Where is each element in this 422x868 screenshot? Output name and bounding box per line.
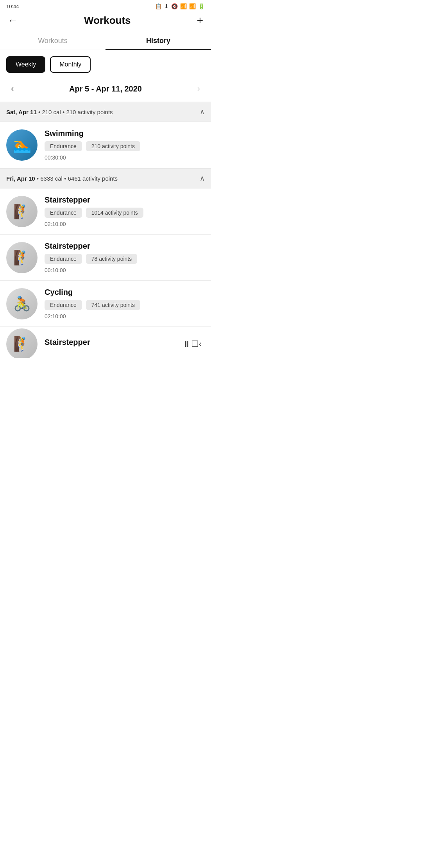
- day-name-sat: Sat, Apr 11: [6, 109, 37, 115]
- workout-item-stairstepper-2: Stairstepper Endurance 78 activity point…: [0, 235, 211, 281]
- workout-name-stairstepper-1: Stairstepper: [45, 195, 205, 204]
- date-navigation: ‹ Apr 5 - Apr 11, 2020 ›: [0, 77, 211, 102]
- avatar-stairstepper-2: [6, 242, 38, 273]
- day-section-sat-apr-11: Sat, Apr 11 • 210 cal • 210 activity poi…: [0, 102, 211, 122]
- avatar-swimming: [6, 129, 38, 161]
- day-points-sat: 210 activity points: [66, 109, 113, 115]
- chevron-up-icon-fri[interactable]: ∧: [200, 174, 205, 183]
- bottom-bar: ⏸ ☐ ‹: [179, 339, 205, 349]
- monthly-filter-button[interactable]: Monthly: [50, 56, 91, 73]
- status-icons: 📋 ⬇ 🔇 📶 📶 🔋: [155, 3, 205, 9]
- square-icon[interactable]: ☐: [191, 339, 199, 349]
- day-cal-sat: •: [38, 109, 42, 115]
- avatar-stairstepper-1: [6, 196, 38, 227]
- mute-icon: 🔇: [171, 3, 178, 9]
- workout-name-cycling: Cycling: [45, 288, 205, 297]
- back-bottom-icon[interactable]: ‹: [199, 339, 202, 349]
- battery-icon: 🔋: [198, 3, 205, 9]
- signal-icon: 📶: [189, 3, 196, 9]
- wifi-icon: 📶: [180, 3, 187, 9]
- add-button[interactable]: +: [197, 14, 203, 27]
- workout-duration-swimming: 00:30:00: [45, 154, 205, 161]
- tag-endurance-stairstepper-2: Endurance: [45, 254, 82, 264]
- workout-tags-stairstepper-1: Endurance 1014 activity points: [45, 208, 205, 218]
- page-title: Workouts: [84, 14, 131, 27]
- tag-endurance-stairstepper-1: Endurance: [45, 208, 82, 218]
- workout-item-swimming: Swimming Endurance 210 activity points 0…: [0, 122, 211, 168]
- tab-workouts[interactable]: Workouts: [0, 31, 106, 50]
- clipboard-icon: 📋: [155, 3, 162, 9]
- tab-bar: Workouts History: [0, 31, 211, 50]
- status-bar: 10:44 📋 ⬇ 🔇 📶 📶 🔋: [0, 0, 211, 11]
- day-name-fri: Fri, Apr 10: [6, 175, 35, 182]
- tab-history[interactable]: History: [106, 31, 211, 50]
- header: ← Workouts +: [0, 11, 211, 31]
- workout-item-stairstepper-3: Stairstepper ⏸ ☐ ‹: [0, 327, 211, 358]
- tag-points-stairstepper-1: 1014 activity points: [86, 208, 143, 218]
- workout-duration-stairstepper-1: 02:10:00: [45, 221, 205, 227]
- workout-tags-cycling: Endurance 741 activity points: [45, 300, 205, 310]
- tag-points-swimming: 210 activity points: [86, 141, 140, 151]
- workout-item-cycling: Cycling Endurance 741 activity points 02…: [0, 281, 211, 327]
- workout-duration-cycling: 02:10:00: [45, 313, 205, 319]
- prev-date-button[interactable]: ‹: [8, 82, 17, 95]
- tag-points-stairstepper-2: 78 activity points: [86, 254, 138, 264]
- workout-name-stairstepper-2: Stairstepper: [45, 242, 205, 251]
- day-section-fri-apr-10: Fri, Apr 10 • 6333 cal • 6461 activity p…: [0, 168, 211, 188]
- tag-endurance-swimming: Endurance: [45, 141, 82, 151]
- filter-row: Weekly Monthly: [0, 50, 211, 77]
- status-time: 10:44: [6, 4, 19, 9]
- workout-tags-stairstepper-2: Endurance 78 activity points: [45, 254, 205, 264]
- workout-item-stairstepper-1: Stairstepper Endurance 1014 activity poi…: [0, 188, 211, 235]
- day-cal-sat-val: 210 cal: [42, 109, 61, 115]
- tag-endurance-cycling: Endurance: [45, 300, 82, 310]
- day-points-fri: 6461 activity points: [68, 175, 118, 182]
- avatar-cycling: [6, 288, 38, 319]
- next-date-button[interactable]: ›: [194, 82, 203, 95]
- pause-icon[interactable]: ⏸: [182, 339, 191, 349]
- day-cal-fri-val: 6333 cal: [40, 175, 63, 182]
- back-button[interactable]: ←: [8, 14, 18, 27]
- weekly-filter-button[interactable]: Weekly: [6, 56, 45, 73]
- workout-duration-stairstepper-2: 00:10:00: [45, 267, 205, 273]
- chevron-up-icon-sat[interactable]: ∧: [200, 108, 205, 116]
- download-icon: ⬇: [164, 3, 169, 9]
- date-range-label: Apr 5 - Apr 11, 2020: [69, 84, 142, 93]
- workout-tags-swimming: Endurance 210 activity points: [45, 141, 205, 151]
- workout-name-swimming: Swimming: [45, 129, 205, 138]
- avatar-stairstepper-3: [6, 328, 38, 359]
- tag-points-cycling: 741 activity points: [86, 300, 140, 310]
- workout-name-stairstepper-3: Stairstepper: [45, 338, 179, 347]
